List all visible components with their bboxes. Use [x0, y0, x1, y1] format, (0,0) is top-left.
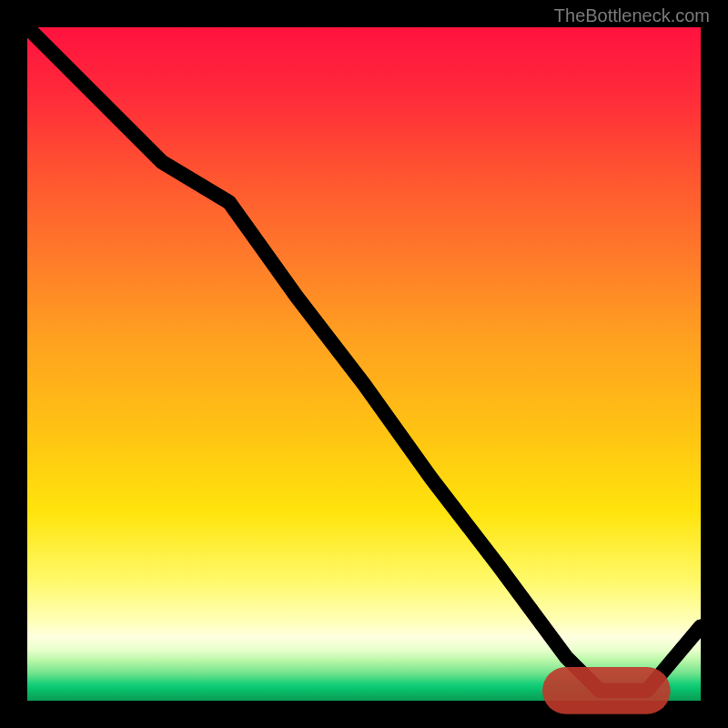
attribution-label: TheBottleneck.com	[554, 5, 710, 26]
chart-area	[27, 27, 701, 701]
chart-overlay	[27, 27, 701, 701]
series-line	[27, 27, 701, 691]
